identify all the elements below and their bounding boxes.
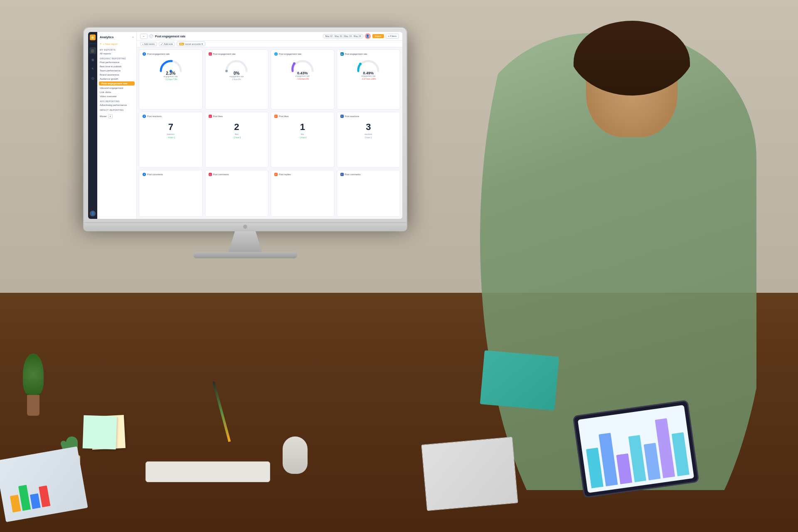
monitor-chin [83, 223, 407, 231]
card-4-value: 0.49% [363, 71, 374, 75]
card-6-title: Post likes [213, 115, 223, 118]
card-5-change: ↑ 4 from 3 [167, 137, 175, 139]
filter-label: Filters [390, 35, 397, 37]
monitor-screen: B ◫ ⊞ ✎ ◎ 👤 Analytics « + [88, 32, 402, 219]
card-5-label: reactions [167, 133, 175, 135]
my-reports-label: MY REPORTS [97, 47, 136, 51]
export-button[interactable]: Export [372, 34, 384, 38]
gauge-svg-2 [223, 57, 250, 73]
nav-item-best-time[interactable]: Best time to publish [97, 64, 136, 69]
user-avatar[interactable]: 👤 [365, 33, 371, 39]
nav-sidebar: Analytics « + + New report MY REPORTS Al… [97, 32, 137, 219]
metric-card-6: ◻ Post likes 2 likes ↑ 2 from 0 [205, 112, 269, 168]
workspace-row: Master ▾ [97, 112, 136, 120]
icon-sidebar: B ◫ ⊞ ✎ ◎ 👤 [88, 32, 97, 219]
card-12-title: Post comments [345, 173, 361, 176]
card-6-value: 2 [234, 122, 239, 132]
collapse-icon[interactable]: « [132, 36, 134, 39]
nav-item-engagement[interactable]: Post engagement rate [99, 81, 135, 86]
card-3-value: 0.43% [297, 71, 308, 75]
metrics-grid: f Post engagement rate [137, 47, 402, 219]
impact-label: IMPACT REPORTING [97, 107, 136, 112]
card-7-value: 1 [300, 122, 305, 132]
nav-analytics-icon[interactable]: ◫ [89, 47, 96, 54]
social-accounts-button[interactable]: 21+ social accounts ▾ [177, 42, 205, 46]
metric-card-9: f Post comments [139, 170, 203, 217]
add-metric-button[interactable]: + Add metric [140, 42, 157, 46]
card-4-sublabel: engagement rate [361, 75, 375, 77]
metric-card-12: f Post comments [337, 170, 401, 217]
card-6-label: likes [235, 133, 239, 135]
card-3-title-row: t Post engagement rate [274, 52, 301, 56]
pi-icon-11: P [274, 173, 278, 176]
card-7-title-row: P Post likes [274, 115, 289, 118]
monitor-camera-dot [243, 225, 247, 229]
workspace-dropdown[interactable]: ▾ [108, 114, 113, 118]
metric-card-7: P Post likes 1 like ↑ 1 from 0 [271, 112, 335, 168]
card-7-title: Post likes [279, 115, 289, 118]
li-icon-4: in [340, 52, 344, 56]
nav-item-video[interactable]: Video overview [97, 94, 136, 98]
card-8-change: 0 from 3 [365, 137, 372, 139]
avatar-icon[interactable]: 👤 [90, 211, 96, 216]
new-report-btn[interactable]: + + New report [97, 41, 136, 47]
nav-item-inbound[interactable]: Inbound engagement [97, 86, 136, 90]
nav-item-team-perf[interactable]: Team performance [97, 69, 136, 73]
nav-item-post-perf[interactable]: Post performance [97, 60, 136, 64]
monitor-stand-base [193, 252, 297, 258]
card-3-title: Post engagement rate [279, 53, 301, 55]
filter-icon: ≡ [388, 35, 389, 37]
nav-item-audience[interactable]: Audience growth [97, 77, 136, 81]
nav-publish-icon[interactable]: ✎ [89, 66, 96, 72]
tablet [572, 400, 699, 498]
analytics-title-row: Analytics « [97, 34, 136, 41]
tw-icon-3: t [274, 52, 278, 56]
nav-engage-icon[interactable]: ◎ [89, 75, 96, 81]
nav-item-brand[interactable]: Brand awareness [97, 73, 136, 77]
card-6-title-row: ◻ Post likes [209, 115, 223, 118]
card-1-sublabel: engagement rate [164, 76, 178, 78]
filter-button[interactable]: ≡ Filters [386, 34, 399, 39]
card-5-title-row: f Post reactions [143, 115, 162, 118]
card-3-sublabel: engagement rate [296, 75, 310, 77]
gauge-svg-1 [158, 57, 184, 73]
date-range[interactable]: May 02 - May 31 / May 19 - May 24 [323, 34, 363, 38]
card-2-title-row: ◻ Post engagement rate [209, 52, 236, 56]
nav-item-ads[interactable]: Advertising performance [97, 103, 136, 107]
background: B ◫ ⊞ ✎ ◎ 👤 Analytics « + [0, 0, 798, 532]
card-8-title-row: f Post reactions [340, 115, 360, 118]
nav-item-link-clicks[interactable]: Link clicks [97, 90, 136, 94]
card-8-title: Post reactions [345, 115, 360, 118]
monitor-stand-neck [224, 231, 266, 252]
card-5-title: Post reactions [147, 115, 162, 118]
card-8-label: reactions [365, 133, 372, 135]
back-button[interactable]: ← [140, 34, 148, 39]
card-2-change: 0 from 0% [232, 78, 241, 81]
card-3-change: ↓ 0.43 from 0% [296, 78, 309, 80]
social-count-badge: 21+ [179, 43, 184, 45]
analytics-title: Analytics [100, 35, 113, 39]
card-4-title-row: in Post engagement rate [340, 52, 367, 56]
monitor-assembly: B ◫ ⊞ ✎ ◎ 👤 Analytics « + [83, 27, 407, 258]
nav-home-icon[interactable]: ⊞ [89, 56, 96, 63]
app-logo: B [90, 34, 96, 40]
mouse [283, 436, 308, 474]
card-2-value: 0% [234, 71, 239, 76]
metric-card-4: in Post engagement rate 0.49% engagement… [337, 49, 401, 110]
notebook [421, 437, 518, 511]
card-11-title-row: P Post replies [274, 173, 331, 176]
svg-point-1 [225, 70, 228, 72]
keyboard [145, 461, 270, 482]
add-note-button[interactable]: 🖊 Add note [159, 42, 175, 46]
card-7-change: ↑ 1 from 0 [298, 137, 307, 139]
page-icon: 📄 [149, 34, 153, 38]
gauge-svg-3 [289, 57, 316, 73]
card-11-title: Post replies [279, 173, 291, 176]
card-6-change: ↑ 2 from 0 [232, 137, 241, 139]
nav-item-all-reports[interactable]: All reports [97, 51, 136, 56]
card-1-value: 2.3% [166, 71, 175, 76]
metric-card-11: P Post replies [271, 170, 335, 217]
fb-icon-1: f [143, 52, 146, 56]
ig-icon-6: ◻ [209, 115, 212, 118]
metric-card-2: ◻ Post engagement rate 0% engagement rat… [205, 49, 269, 110]
